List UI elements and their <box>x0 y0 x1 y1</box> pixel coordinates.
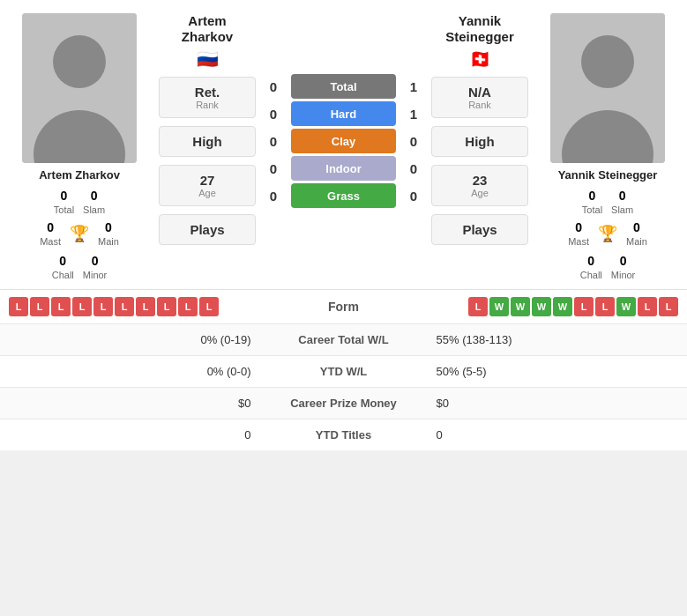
left-trophy-icon: 🏆 <box>70 224 89 243</box>
stats-label-1: YTD W/L <box>265 365 423 378</box>
main-container: Artem Zharkov 0 Total 0 Slam 0 Mast 🏆 <box>0 0 687 450</box>
stats-row-0: 0% (0-19) Career Total W/L 55% (138-113) <box>0 323 687 355</box>
right-high-card: High <box>431 126 528 157</box>
svg-point-1 <box>53 35 106 88</box>
hard-label: Hard <box>331 108 357 121</box>
stats-right-2: $0 <box>423 397 675 410</box>
right-total-label: Total <box>582 204 602 215</box>
left-slam-label: Slam <box>83 204 105 215</box>
form-right-badge-9: L <box>659 297 678 316</box>
form-left-badge-1: L <box>30 297 49 316</box>
indoor-score-row: 0 Indoor 0 <box>260 156 427 181</box>
form-right-badge-6: L <box>595 297 615 316</box>
right-main-label: Main <box>626 236 647 247</box>
form-left: LLLLLLLLLL <box>9 297 291 316</box>
total-surface-btn: Total <box>291 74 396 99</box>
form-section: LLLLLLLLLL Form LWWWWLLWLL <box>0 289 687 323</box>
right-chall-label: Chall <box>580 270 602 280</box>
scores-col: 0 Total 1 0 Hard 1 <box>260 74 427 248</box>
right-mast-label: Mast <box>568 236 589 247</box>
indoor-score-right: 0 <box>400 161 427 176</box>
form-right-badge-1: W <box>489 297 509 316</box>
form-right-badge-2: W <box>511 297 530 316</box>
left-player-name-top: ArtemZharkov <box>182 13 233 45</box>
right-age-value: 23 <box>473 173 488 188</box>
right-player-stats-row3: 0 Chall 0 Minor <box>580 254 636 280</box>
stats-right-1: 50% (5-5) <box>423 365 675 378</box>
stats-left-3: 0 <box>13 428 265 442</box>
left-mast-stat: 0 Mast <box>40 220 61 247</box>
left-minor-label: Minor <box>83 270 108 280</box>
left-player-stats-row2: 0 Mast 🏆 0 Main <box>40 220 119 247</box>
form-center-label: Form <box>291 300 397 314</box>
form-right-badge-5: L <box>574 297 594 316</box>
right-plays-value: Plays <box>462 222 497 237</box>
right-trophy-icon: 🏆 <box>598 224 617 243</box>
right-age-label: Age <box>471 188 489 198</box>
left-slam-value: 0 <box>91 189 98 203</box>
stats-label-3: YTD Titles <box>265 428 423 442</box>
left-rank-value: Ret. <box>195 85 220 100</box>
left-player-card: Artem Zharkov 0 Total 0 Slam 0 Mast 🏆 <box>9 13 150 280</box>
left-player-name: Artem Zharkov <box>39 168 120 182</box>
center-col: ArtemZharkov 🇷🇺 YannikSteinegger 🇨🇭 Ret.… <box>154 13 533 280</box>
right-age-card: 23 Age <box>431 165 528 206</box>
form-right: LWWWWLLWLL <box>397 297 679 316</box>
grass-score-row: 0 Grass 0 <box>260 183 427 208</box>
total-score-row: 0 Total 1 <box>260 74 427 99</box>
left-minor-stat: 0 Minor <box>83 254 108 280</box>
form-left-badge-2: L <box>51 297 71 316</box>
left-info-col: Ret. Rank High 27 Age Plays <box>159 74 256 248</box>
left-flag: 🇷🇺 <box>197 48 219 70</box>
left-plays-card: Plays <box>159 214 256 245</box>
form-left-badge-9: L <box>199 297 219 316</box>
stats-left-1: 0% (0-0) <box>13 365 265 378</box>
scores-and-info: Ret. Rank High 27 Age Plays <box>154 74 533 248</box>
form-right-badge-7: W <box>616 297 636 316</box>
left-chall-stat: 0 Chall <box>52 254 74 280</box>
left-main-label: Main <box>98 236 119 247</box>
clay-score-right: 0 <box>400 134 427 149</box>
right-minor-stat: 0 Minor <box>611 254 636 280</box>
form-left-badge-5: L <box>115 297 134 316</box>
form-left-badge-6: L <box>136 297 155 316</box>
right-player-name-top: YannikSteinegger <box>445 13 514 45</box>
grass-label: Grass <box>327 189 360 203</box>
right-slam-stat: 0 Slam <box>611 189 633 215</box>
left-rank-label: Rank <box>196 100 219 110</box>
form-right-badge-0: L <box>468 297 488 316</box>
right-slam-label: Slam <box>611 204 633 215</box>
total-score-right: 1 <box>400 79 427 94</box>
left-total-stat: 0 Total <box>54 189 74 215</box>
right-rank-label: Rank <box>468 100 491 110</box>
stats-row-1: 0% (0-0) YTD W/L 50% (5-5) <box>0 355 687 387</box>
hard-surface-btn: Hard <box>291 101 396 126</box>
svg-point-4 <box>581 35 634 88</box>
right-mast-stat: 0 Mast <box>568 220 589 247</box>
right-chall-value: 0 <box>587 254 594 268</box>
right-chall-stat: 0 Chall <box>580 254 602 280</box>
left-plays-value: Plays <box>190 222 224 237</box>
stats-left-0: 0% (0-19) <box>13 333 265 346</box>
right-total-stat: 0 Total <box>582 189 602 215</box>
stats-right-0: 55% (138-113) <box>423 333 675 346</box>
form-right-badge-3: W <box>532 297 551 316</box>
grass-surface-btn: Grass <box>291 183 396 208</box>
indoor-score-left: 0 <box>260 161 287 176</box>
right-main-value: 0 <box>633 220 640 234</box>
left-player-stats-row1: 0 Total 0 Slam <box>54 189 105 215</box>
right-mast-value: 0 <box>575 220 582 234</box>
right-total-value: 0 <box>589 189 596 203</box>
form-left-badge-7: L <box>157 297 176 316</box>
left-chall-value: 0 <box>59 254 66 268</box>
left-total-label: Total <box>54 204 74 215</box>
stats-right-3: 0 <box>423 428 675 442</box>
left-high-card: High <box>159 126 256 157</box>
stats-row-2: $0 Career Prize Money $0 <box>0 387 687 419</box>
left-minor-value: 0 <box>92 254 99 268</box>
right-plays-card: Plays <box>431 214 528 245</box>
right-minor-value: 0 <box>620 254 627 268</box>
right-flag: 🇨🇭 <box>469 48 491 70</box>
right-player-stats-row1: 0 Total 0 Slam <box>582 189 633 215</box>
form-right-badge-4: W <box>553 297 572 316</box>
